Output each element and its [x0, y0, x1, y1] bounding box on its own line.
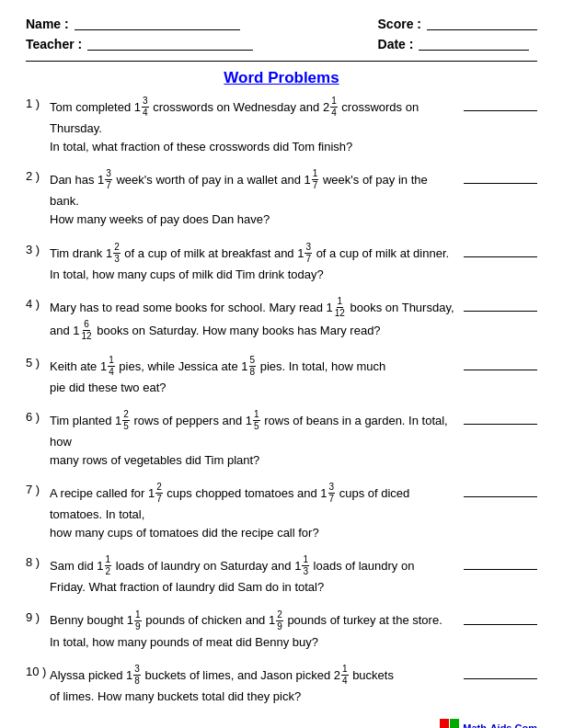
problem-body: Sam did 112 loads of laundry on Saturday… [50, 555, 456, 597]
problem-number: 7 ) [26, 483, 50, 496]
answer-line[interactable] [464, 245, 537, 257]
site-label: Math-Aids.Com [463, 722, 537, 728]
date-line[interactable] [419, 38, 529, 51]
fraction: 27 [155, 482, 163, 505]
problem-number: 4 ) [26, 297, 50, 311]
header: Name : Teacher : Score : Date : [26, 17, 537, 62]
problem-line: Dan has 137 week's worth of pay in a wal… [50, 173, 428, 208]
page-title: Word Problems [26, 69, 537, 87]
problem-line: of limes. How many buckets total did the… [50, 689, 301, 703]
problem-body: Keith ate 114 pies, while Jessica ate 15… [50, 356, 456, 397]
fraction: 15 [253, 409, 260, 432]
teacher-label: Teacher : [26, 37, 82, 51]
problem-item: 5 )Keith ate 114 pies, while Jessica ate… [26, 356, 537, 397]
problem-item: 7 )A recipe called for 127 cups chopped … [26, 483, 537, 542]
answer-line[interactable] [464, 412, 537, 425]
answer-line[interactable] [464, 98, 537, 111]
problem-body: Benny bought 119 pounds of chicken and 1… [50, 610, 456, 652]
problem-line: Benny bought 119 pounds of chicken and 1… [50, 613, 442, 627]
problem-line: A recipe called for 127 cups chopped tom… [50, 486, 409, 521]
answer-line[interactable] [464, 484, 537, 497]
fraction: 112 [334, 296, 346, 319]
footer: Math-Aids.Com QR [26, 719, 537, 728]
problem-line: In total, what fraction of these crosswo… [50, 140, 352, 154]
problem-line: Tom completed 134 crosswords on Wednesda… [50, 100, 419, 135]
problem-item: 9 )Benny bought 119 pounds of chicken an… [26, 610, 537, 652]
problem-line: pie did these two eat? [50, 381, 166, 394]
teacher-line[interactable] [87, 38, 253, 51]
fraction: 34 [142, 96, 149, 119]
fraction: 37 [304, 242, 312, 265]
problem-item: 8 )Sam did 112 loads of laundry on Satur… [26, 555, 537, 597]
fraction: 12 [105, 554, 112, 577]
problem-number: 2 ) [26, 169, 50, 183]
fraction: 37 [328, 482, 336, 505]
fraction: 612 [81, 319, 93, 342]
problem-item: 6 )Tim planted 125 rows of peppers and 1… [26, 410, 537, 470]
fraction: 19 [134, 609, 142, 632]
logo-icon [440, 719, 459, 728]
problem-number: 8 ) [26, 555, 50, 569]
fraction: 29 [276, 609, 283, 632]
fraction: 38 [133, 664, 141, 687]
problem-body: Tim drank 123 of a cup of milk at breakf… [50, 243, 456, 284]
problem-number: 3 ) [26, 243, 50, 256]
fraction: 58 [249, 355, 257, 378]
problem-body: Mary has to read some books for school. … [50, 297, 456, 343]
fraction: 13 [302, 554, 309, 577]
fraction: 14 [108, 355, 115, 378]
score-line[interactable] [427, 17, 537, 30]
problem-number: 9 ) [26, 610, 50, 624]
problem-body: Alyssa picked 138 buckets of limes, and … [50, 665, 456, 706]
problem-line: In total, how many cups of milk did Tim … [50, 267, 324, 281]
problem-body: A recipe called for 127 cups chopped tom… [50, 483, 456, 542]
fraction: 14 [330, 96, 338, 119]
fraction: 37 [105, 168, 112, 191]
problem-number: 1 ) [26, 97, 50, 110]
fraction: 14 [341, 664, 349, 687]
answer-line[interactable] [464, 612, 537, 625]
answer-line[interactable] [464, 358, 537, 370]
answer-line[interactable] [464, 557, 537, 570]
answer-line[interactable] [464, 171, 537, 184]
problem-item: 3 )Tim drank 123 of a cup of milk at bre… [26, 243, 537, 284]
answer-line[interactable] [464, 666, 537, 679]
problem-item: 4 )Mary has to read some books for schoo… [26, 297, 537, 343]
problem-body: Tim planted 125 rows of peppers and 115 … [50, 410, 456, 470]
name-label: Name : [26, 17, 69, 31]
logo-block: Math-Aids.Com QR [440, 719, 537, 728]
problem-item: 1 )Tom completed 134 crosswords on Wedne… [26, 97, 537, 156]
problem-line: Mary has to read some books for school. … [50, 301, 454, 314]
name-line[interactable] [75, 17, 240, 30]
problem-number: 5 ) [26, 356, 50, 370]
problem-body: Dan has 137 week's worth of pay in a wal… [50, 169, 456, 229]
header-divider [26, 61, 537, 62]
problem-item: 10 )Alyssa picked 138 buckets of limes, … [26, 665, 537, 706]
answer-line[interactable] [464, 299, 537, 312]
problem-item: 2 )Dan has 137 week's worth of pay in a … [26, 169, 537, 229]
fraction: 17 [312, 168, 319, 191]
problem-line: Tim drank 123 of a cup of milk at breakf… [50, 246, 449, 260]
fraction: 25 [122, 409, 130, 432]
problem-line: How many weeks of pay does Dan have? [50, 212, 270, 226]
problem-line: Tim planted 125 rows of peppers and 115 … [50, 414, 448, 449]
score-label: Score : [378, 17, 421, 31]
problems-list: 1 )Tom completed 134 crosswords on Wedne… [26, 97, 537, 706]
problem-number: 10 ) [26, 665, 50, 678]
problem-line: Keith ate 114 pies, while Jessica ate 15… [50, 359, 385, 373]
fraction: 23 [113, 242, 121, 265]
problem-line: In total, how many pounds of meat did Be… [50, 635, 318, 649]
problem-line: many rows of vegetables did Tim plant? [50, 453, 259, 467]
problem-line: how many cups of tomatoes did the recipe… [50, 526, 319, 540]
problem-line: Friday. What fraction of laundry did Sam… [50, 580, 324, 594]
date-label: Date : [378, 37, 414, 51]
problem-line: and 1612 books on Saturday. How many boo… [50, 324, 381, 337]
problem-line: Sam did 112 loads of laundry on Saturday… [50, 559, 414, 573]
problem-body: Tom completed 134 crosswords on Wednesda… [50, 97, 456, 156]
problem-line: Alyssa picked 138 buckets of limes, and … [50, 668, 394, 682]
problem-number: 6 ) [26, 410, 50, 424]
